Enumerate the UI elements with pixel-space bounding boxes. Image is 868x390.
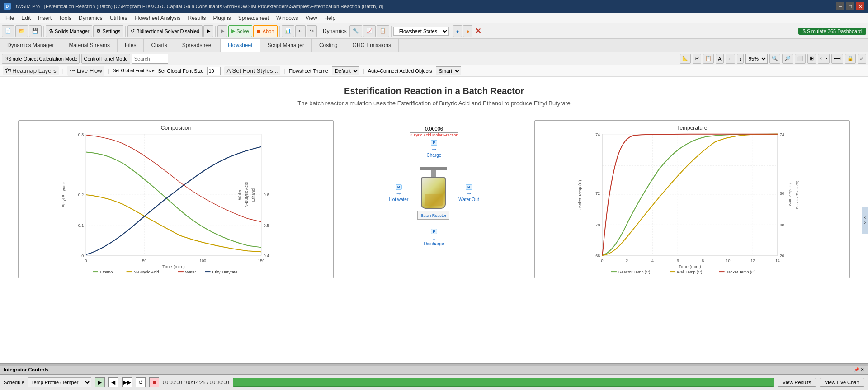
tab-material-streams[interactable]: Material Streams xyxy=(61,39,118,52)
integrator-stop-btn[interactable]: ■ xyxy=(149,377,159,387)
integrator-controls-row: Schedule Temp Profile (Temper ▶ ◀ ▶▶ ↺ ■… xyxy=(0,375,868,390)
align-btn2[interactable]: ⟻ xyxy=(831,54,843,64)
temperature-chart-svg: Temperature xyxy=(535,121,849,278)
menu-spreadsheet[interactable]: Spreadsheet xyxy=(235,14,273,22)
new-button[interactable]: 📄 xyxy=(2,25,14,37)
composition-chart[interactable]: Composition xyxy=(18,120,334,278)
hot-water-stream[interactable]: P → Hot water xyxy=(389,184,408,202)
color-btn2[interactable]: ● xyxy=(463,25,472,37)
menu-insert[interactable]: Insert xyxy=(34,14,55,22)
integrator-close-btn[interactable]: ✕ xyxy=(861,367,864,372)
integrator-refresh-btn[interactable]: ↺ xyxy=(136,377,146,387)
menu-tools[interactable]: Tools xyxy=(55,14,75,22)
undo-btn[interactable]: ↩ xyxy=(295,25,306,37)
expand-btn[interactable]: ⤢ xyxy=(858,54,866,64)
title-bar-controls[interactable]: ─ □ ✕ xyxy=(836,2,864,10)
solids-manager-button[interactable]: ⚗ Solids Manager xyxy=(46,25,92,37)
redo-btn[interactable]: ↪ xyxy=(307,25,317,37)
toolbar-icon-btn3[interactable]: 📋 xyxy=(703,54,714,64)
tab-dynamics-manager[interactable]: Dynamics Manager xyxy=(0,39,61,52)
toolbar-icon-btn5[interactable]: ↔ xyxy=(726,54,735,64)
tab-spreadsheet[interactable]: Spreadsheet xyxy=(175,39,221,52)
font-styles-btn[interactable]: A Set Font Styles... xyxy=(224,66,280,75)
settings-button[interactable]: ⚙ Settings xyxy=(93,25,123,37)
discharge-stream[interactable]: P ↓ Discharge xyxy=(424,229,444,246)
menu-results[interactable]: Results xyxy=(184,14,209,22)
reactor-area: P → Hot water Batch Reactor xyxy=(389,167,479,220)
fit-btn[interactable]: ⬜ xyxy=(795,54,806,64)
abort-button[interactable]: ⏹ Abort xyxy=(253,25,278,37)
tab-charts[interactable]: Charts xyxy=(144,39,175,52)
view-results-button[interactable]: View Results xyxy=(778,378,816,387)
temperature-chart[interactable]: Temperature xyxy=(534,120,850,278)
close-button[interactable]: ✕ xyxy=(856,2,864,10)
integrator-pin-btn[interactable]: 📌 xyxy=(854,367,859,372)
integrator-back-btn[interactable]: ◀ xyxy=(108,377,118,387)
font-size-input[interactable] xyxy=(207,67,221,75)
play-run-button[interactable]: ▶ xyxy=(217,25,227,37)
solve-button[interactable]: ▶ Solve xyxy=(228,25,252,37)
solve-label: Solve xyxy=(236,28,249,34)
align-btn1[interactable]: ⟺ xyxy=(818,54,830,64)
right-collapse-panel[interactable]: ‹ › xyxy=(862,207,868,234)
zoom-in-btn[interactable]: 🔍 xyxy=(769,54,780,64)
single-obj-mode-btn[interactable]: ⊙ Single Object Calculation Mode xyxy=(2,54,80,64)
integrator-header: Integrator Controls 📌 ✕ xyxy=(0,366,868,375)
toolbar-icon-btn2[interactable]: ✂ xyxy=(693,54,701,64)
grid-btn[interactable]: ⊞ xyxy=(807,54,816,64)
toolbar-icon-btn1[interactable]: 📐 xyxy=(680,54,691,64)
search-input[interactable] xyxy=(132,54,168,64)
integrator-play-btn[interactable]: ▶ xyxy=(95,377,105,387)
zoom-select[interactable]: 95% xyxy=(745,54,768,64)
menu-dynamics[interactable]: Dynamics xyxy=(75,14,106,22)
flowsheet-theme-select[interactable]: Default xyxy=(332,66,359,75)
svg-text:Reactor Temp (C): Reactor Temp (C) xyxy=(795,180,799,209)
auto-connect-select[interactable]: Smart xyxy=(436,66,461,75)
integrator-forward-btn[interactable]: ▶▶ xyxy=(122,377,132,387)
bidirectional-solver-button[interactable]: ↺ Bidirectional Solver Disabled xyxy=(127,25,203,37)
live-flow-btn[interactable]: 〜 Live Flow xyxy=(67,66,104,76)
tab-files[interactable]: Files xyxy=(118,39,144,52)
menu-windows[interactable]: Windows xyxy=(273,14,302,22)
color-btn1[interactable]: ● xyxy=(453,25,462,37)
toolbar-icon-btn4[interactable]: A xyxy=(716,54,723,64)
dynamics-btn1[interactable]: 🔧 xyxy=(349,25,362,37)
menu-view[interactable]: View xyxy=(302,14,321,22)
menu-help[interactable]: Help xyxy=(321,14,339,22)
menu-plugins[interactable]: Plugins xyxy=(209,14,234,22)
charge-stream-node[interactable]: P → Charge xyxy=(427,140,442,158)
tab-script-manager[interactable]: Script Manager xyxy=(260,39,312,52)
view-live-chart-button[interactable]: View Live Chart xyxy=(820,378,864,387)
chart-btn[interactable]: 📊 xyxy=(282,25,294,37)
lock-btn[interactable]: 🔒 xyxy=(845,54,856,64)
tab-flowsheet[interactable]: Flowsheet xyxy=(221,39,260,52)
menu-flowsheet-analysis[interactable]: Flowsheet Analysis xyxy=(131,14,184,22)
discharge-p-badge: P xyxy=(431,229,437,234)
menu-file[interactable]: File xyxy=(2,14,18,22)
expand-icon: › xyxy=(864,220,866,225)
schedule-select[interactable]: Temp Profile (Temper xyxy=(28,377,91,387)
zoom-out-btn[interactable]: 🔎 xyxy=(782,54,793,64)
open-button[interactable]: 📂 xyxy=(15,25,28,37)
menu-utilities[interactable]: Utilities xyxy=(106,14,131,22)
tab-ghg-emissions[interactable]: GHG Emissions xyxy=(345,39,399,52)
dynamics-btn2[interactable]: 📈 xyxy=(363,25,376,37)
toolbar-icon-btn6[interactable]: ↕ xyxy=(737,54,744,64)
svg-text:0.2: 0.2 xyxy=(78,193,84,197)
save-button[interactable]: 💾 xyxy=(29,25,42,37)
svg-text:Wall Temp (C): Wall Temp (C) xyxy=(788,183,792,206)
maximize-button[interactable]: □ xyxy=(846,2,854,10)
heatmap-layers-btn[interactable]: 🗺 Heatmap Layers xyxy=(3,66,59,75)
minimize-button[interactable]: ─ xyxy=(836,2,844,10)
flowsheet-states-select[interactable]: Flowsheet States xyxy=(393,27,449,36)
water-out-stream[interactable]: P → Water Out xyxy=(458,184,479,202)
close-x-btn[interactable]: ✕ xyxy=(473,27,483,35)
menu-edit[interactable]: Edit xyxy=(18,14,34,22)
dynamics-btn3[interactable]: 📋 xyxy=(377,25,389,37)
expand-arrow-button[interactable]: ▶ xyxy=(203,25,213,37)
control-panel-mode-btn[interactable]: Control Panel Mode xyxy=(81,54,130,64)
tab-costing[interactable]: Costing xyxy=(312,39,345,52)
simulate-dashboard-button[interactable]: $ Simulate 365 Dashboard xyxy=(798,28,866,35)
integrator-bar: Integrator Controls 📌 ✕ Schedule Temp Pr… xyxy=(0,363,868,390)
reactor-vessel[interactable]: Batch Reactor xyxy=(417,167,449,220)
